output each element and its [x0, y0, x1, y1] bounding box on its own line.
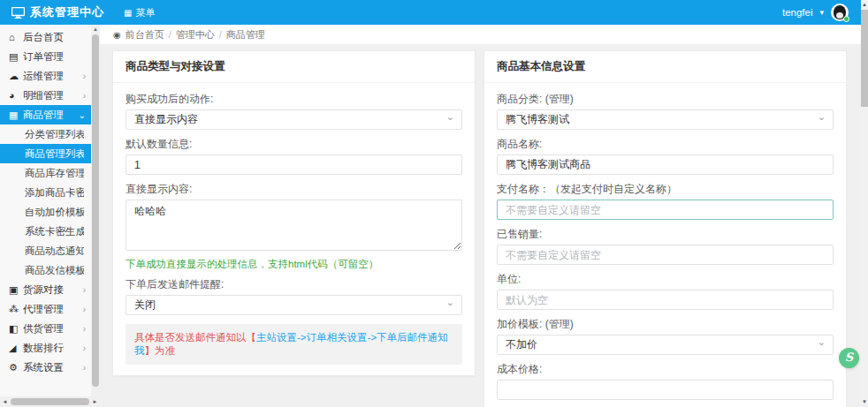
chevron-icon: › [83, 324, 86, 334]
sidebar-item[interactable]: 商品发信模板 [0, 260, 91, 280]
chevron-icon: › [83, 363, 86, 373]
scroll-up-arrow-icon[interactable]: ▲ [861, 0, 868, 10]
breadcrumb-home-icon: ◉ [113, 30, 121, 40]
ranking-icon: ◢ [9, 343, 23, 354]
product-info-panel: 商品基本信息设置 商品分类: (管理) 腾飞博客测试 ⌄ 商品名称: 支付名称：… [483, 50, 847, 407]
sidebar-item[interactable]: 商品动态通知 [0, 241, 91, 260]
agent-icon: ⁂ [9, 304, 23, 315]
caret-down-icon: ▾ [819, 8, 824, 17]
monitor-icon [11, 7, 25, 19]
sidebar-item[interactable]: ▦ 商品管理 ⌄ [0, 105, 91, 124]
chevron-icon: › [83, 285, 86, 295]
qty-input[interactable] [126, 155, 462, 175]
sidebar-item[interactable]: ⌂ 后台首页 [0, 27, 91, 47]
page-scrollbar[interactable]: ▲ ▼ [861, 0, 868, 407]
sidebar-item[interactable]: ▤ 订单管理 [0, 47, 91, 66]
breadcrumb: ◉ 前台首页 / 管理中心 / 商品管理 [100, 25, 861, 44]
sidebar-item[interactable]: ⁂ 代理管理 › [0, 299, 91, 319]
panel-title: 商品基本信息设置 [484, 51, 846, 83]
home-icon: ⌂ [9, 32, 23, 42]
product-type-panel: 商品类型与对接设置 购买成功后的动作: 直接显示内容 ⌄ 默认数量信息: 直接显… [112, 50, 476, 376]
mail-select[interactable]: 关闭 ⌄ [126, 295, 462, 315]
vendor-icon: ◧ [9, 323, 23, 335]
content-textarea[interactable]: 哈哈哈 [126, 200, 462, 251]
category-label: 商品分类: (管理) [497, 93, 834, 105]
scroll-left-arrow-icon[interactable]: ◄ [0, 399, 10, 404]
sidebar-vertical-scrollbar[interactable]: ▲ [91, 25, 100, 396]
action-label: 购买成功后的动作: [126, 93, 462, 105]
sales-input[interactable] [497, 245, 834, 265]
sidebar-item[interactable]: ◢ 数据排行 › [0, 338, 91, 358]
settings-icon: ⚙ [9, 362, 23, 373]
top-bar: 系统管理中心 ▦ 菜单 tengfei ▾ [0, 0, 861, 25]
pay-label: 支付名称：（发起支付时自定义名称） [497, 183, 834, 195]
main-content: ◉ 前台首页 / 管理中心 / 商品管理 商品类型与对接设置 购买成功后的动作:… [100, 25, 861, 407]
app-brand: 系统管理中心 [0, 4, 104, 20]
chevron-icon: › [83, 343, 86, 353]
chevron-down-icon: ⌄ [818, 111, 826, 123]
sidebar-item[interactable]: ◧ 供货管理 › [0, 319, 91, 338]
sidebar-item[interactable]: ☁ 运维管理 › [0, 66, 91, 86]
goods-icon: ▦ [9, 109, 23, 121]
online-status-dot [843, 16, 849, 22]
breadcrumb-current: 商品管理 [226, 28, 265, 41]
menu-label: 菜单 [135, 6, 155, 19]
action-select[interactable]: 直接显示内容 ⌄ [126, 109, 462, 130]
unit-input[interactable] [497, 290, 834, 310]
app-title: 系统管理中心 [30, 4, 104, 20]
mail-label: 下单后发送邮件提醒: [126, 278, 462, 290]
sidebar-nav: ⌂ 后台首页 ▤ 订单管理 ☁ 运维管理 › ◕ 明细管理 › ▦ 商品管理 ⌄… [0, 25, 91, 396]
detail-icon: ◕ [9, 90, 23, 101]
mail-note: 具体是否发送邮件通知以【主站设置->订单相关设置->下单后邮件通知我】为准 [126, 324, 462, 365]
chevron-icon: › [83, 72, 86, 81]
scrollbar-thumb[interactable] [92, 34, 99, 387]
sidebar-item[interactable]: 商品库存管理 [0, 163, 91, 183]
menu-toggle-button[interactable]: ▦ 菜单 [124, 6, 155, 19]
content-hint: 下单成功直接显示的处理信息，支持html代码（可留空） [126, 258, 462, 270]
ops-icon: ☁ [9, 71, 23, 82]
chevron-down-icon: ⌄ [446, 111, 454, 123]
markup-select[interactable]: 不加价 ⌄ [497, 335, 834, 355]
sidebar-item[interactable]: 系统卡密生成 [0, 222, 91, 241]
menu-icon: ▦ [124, 8, 132, 18]
scroll-right-arrow-icon[interactable]: ► [90, 399, 100, 404]
scroll-down-arrow-icon[interactable]: ▼ [861, 397, 868, 407]
sidebar-item[interactable]: ⚙ 系统设置 › [0, 358, 91, 377]
sidebar-horizontal-scrollbar[interactable]: ◄ ► [0, 396, 100, 407]
unit-label: 单位: [497, 273, 834, 285]
category-select[interactable]: 腾飞博客测试 ⌄ [497, 109, 834, 130]
user-avatar[interactable] [831, 4, 849, 21]
chevron-down-icon: ⌄ [446, 297, 454, 308]
chevron-icon: ⌄ [79, 110, 86, 120]
sidebar-item[interactable]: 自动加价模板 [0, 202, 91, 222]
sales-label: 已售销量: [497, 228, 834, 240]
name-label: 商品名称: [497, 138, 834, 150]
sidebar-item[interactable]: 商品管理列表 [0, 144, 91, 163]
breadcrumb-section-link[interactable]: 管理中心 [176, 28, 215, 41]
chevron-icon: › [83, 305, 86, 314]
qty-label: 默认数量信息: [126, 138, 462, 150]
cost-input[interactable] [497, 380, 834, 400]
breadcrumb-home-link[interactable]: 前台首页 [126, 28, 164, 41]
pay-name-input[interactable] [497, 200, 834, 220]
chevron-down-icon: ⌄ [818, 336, 826, 348]
sidebar-item[interactable]: ▣ 货源对接 › [0, 280, 91, 299]
markup-label: 加价模板: (管理) [497, 318, 834, 330]
supply-icon: ▣ [9, 284, 23, 296]
sidebar-item[interactable]: 添加商品卡密 [0, 183, 91, 202]
orders-icon: ▤ [9, 51, 23, 63]
product-name-input[interactable] [497, 155, 834, 175]
floating-widget-button[interactable]: S [839, 348, 859, 368]
content-label: 直接显示内容: [126, 183, 462, 195]
cost-label: 成本价格: [497, 363, 834, 375]
panel-title: 商品类型与对接设置 [113, 51, 475, 83]
scrollbar-thumb[interactable] [11, 398, 89, 405]
username-dropdown[interactable]: tengfei [782, 7, 813, 18]
scrollbar-thumb[interactable] [861, 10, 868, 107]
chevron-icon: › [83, 91, 86, 101]
sidebar-item[interactable]: 分类管理列表 [0, 124, 91, 144]
scroll-up-arrow-icon[interactable]: ▲ [91, 25, 100, 34]
sidebar-item[interactable]: ◕ 明细管理 › [0, 86, 91, 105]
